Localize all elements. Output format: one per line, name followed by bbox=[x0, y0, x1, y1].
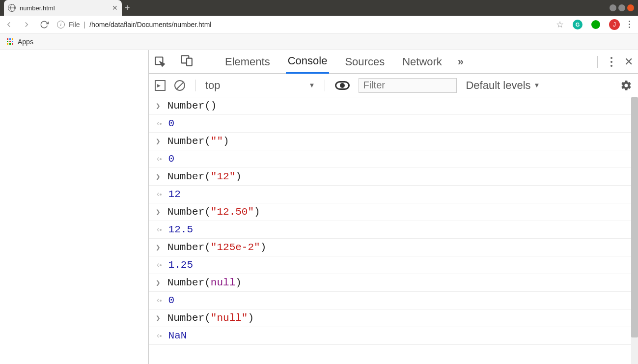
bookmarks-bar: Apps bbox=[0, 33, 638, 50]
console-text: 0 bbox=[168, 153, 175, 165]
addr-path: /home/dataflair/Documents/number.html bbox=[89, 21, 211, 28]
input-arrow-icon: ❯ bbox=[156, 313, 161, 323]
more-tabs-icon[interactable]: » bbox=[458, 56, 464, 68]
input-arrow-icon: ❯ bbox=[156, 101, 161, 111]
main: Elements Console Sources Network » ✕ ▶ t… bbox=[0, 50, 638, 364]
browser-tab[interactable]: number.html ✕ bbox=[4, 0, 122, 16]
output-arrow-icon: ‹ bbox=[156, 190, 162, 199]
new-tab-button[interactable]: + bbox=[125, 3, 130, 13]
tab-elements[interactable]: Elements bbox=[223, 51, 272, 73]
console-output-row: ‹12 bbox=[149, 186, 638, 203]
devtools-close-icon[interactable]: ✕ bbox=[624, 56, 633, 68]
devtools: Elements Console Sources Network » ✕ ▶ t… bbox=[148, 50, 638, 364]
tab-sources[interactable]: Sources bbox=[343, 51, 387, 73]
console-text: Number("12.50") bbox=[167, 206, 260, 218]
toolbar-right: ☆ G J bbox=[556, 19, 634, 30]
console-body[interactable]: ❯Number()‹0❯Number("")‹0❯Number("12")‹12… bbox=[149, 97, 638, 364]
caret-down-icon: ▼ bbox=[309, 82, 315, 89]
console-input-row: ❯Number() bbox=[149, 97, 638, 115]
window-controls bbox=[610, 4, 638, 11]
filter-input[interactable] bbox=[359, 78, 457, 93]
console-sidebar-icon[interactable]: ▶ bbox=[155, 80, 166, 91]
separator bbox=[208, 56, 208, 68]
console-text: 12.5 bbox=[168, 224, 193, 235]
reload-button[interactable] bbox=[39, 20, 49, 29]
output-arrow-icon: ‹ bbox=[156, 296, 162, 305]
maximize-icon[interactable] bbox=[618, 4, 625, 11]
titlebar: number.html ✕ + bbox=[0, 0, 638, 16]
separator bbox=[597, 56, 598, 68]
console-text: Number() bbox=[167, 100, 217, 112]
minimize-icon[interactable] bbox=[610, 4, 616, 11]
console-input-row: ❯Number("") bbox=[149, 133, 638, 150]
clear-console-icon[interactable] bbox=[174, 80, 185, 91]
console-text: NaN bbox=[168, 330, 187, 341]
tab-network[interactable]: Network bbox=[400, 51, 444, 73]
inspect-icon[interactable] bbox=[154, 56, 166, 68]
console-text: 1.25 bbox=[168, 259, 193, 271]
console-text: 12 bbox=[168, 189, 181, 200]
info-icon[interactable]: i bbox=[57, 21, 65, 28]
output-arrow-icon: ‹ bbox=[156, 332, 162, 340]
input-arrow-icon: ❯ bbox=[156, 172, 161, 182]
console-text: Number("125e-2") bbox=[167, 242, 267, 253]
profile-avatar[interactable]: J bbox=[609, 19, 620, 30]
close-tab-icon[interactable]: ✕ bbox=[112, 4, 118, 12]
console-output-row: ‹0 bbox=[149, 115, 638, 133]
output-arrow-icon: ‹ bbox=[156, 225, 162, 234]
devtools-menu-icon[interactable] bbox=[610, 57, 612, 67]
output-arrow-icon: ‹ bbox=[156, 119, 162, 128]
devtools-right: ✕ bbox=[596, 56, 633, 68]
address-bar[interactable]: i File | /home/dataflair/Documents/numbe… bbox=[57, 21, 548, 28]
apps-icon[interactable] bbox=[7, 38, 14, 45]
levels-label: Default levels bbox=[466, 79, 530, 92]
scroll-thumb[interactable] bbox=[631, 97, 638, 337]
console-toolbar: ▶ top ▼ Default levels ▼ bbox=[149, 74, 638, 97]
input-arrow-icon: ❯ bbox=[156, 207, 161, 217]
input-arrow-icon: ❯ bbox=[156, 278, 161, 288]
addr-scheme: File bbox=[69, 21, 80, 28]
console-input-row: ❯Number(null) bbox=[149, 274, 638, 292]
extension-g-icon[interactable]: G bbox=[573, 20, 583, 29]
context-label: top bbox=[205, 79, 221, 92]
console-output-row: ‹0 bbox=[149, 150, 638, 168]
console-text: Number("12") bbox=[167, 171, 242, 182]
output-arrow-icon: ‹ bbox=[156, 261, 162, 270]
addr-separator: | bbox=[84, 21, 86, 28]
console-settings-icon[interactable] bbox=[620, 80, 632, 91]
separator bbox=[325, 80, 325, 91]
extension-green-icon[interactable] bbox=[591, 20, 600, 29]
bookmark-star-icon[interactable]: ☆ bbox=[556, 19, 564, 30]
live-expression-icon[interactable] bbox=[335, 81, 350, 90]
forward-button[interactable] bbox=[22, 20, 31, 29]
console-output-row: ‹1.25 bbox=[149, 256, 638, 274]
input-arrow-icon: ❯ bbox=[156, 137, 161, 146]
console-text: 0 bbox=[168, 118, 175, 129]
browser-menu-icon[interactable] bbox=[629, 21, 630, 28]
svg-rect-2 bbox=[187, 58, 192, 65]
apps-label[interactable]: Apps bbox=[18, 38, 33, 46]
console-input-row: ❯Number("null") bbox=[149, 309, 638, 327]
urlbar: i File | /home/dataflair/Documents/numbe… bbox=[0, 16, 638, 33]
console-input-row: ❯Number("12") bbox=[149, 168, 638, 186]
context-selector[interactable]: top ▼ bbox=[205, 79, 315, 92]
separator bbox=[195, 80, 195, 91]
window-close-icon[interactable] bbox=[627, 4, 634, 11]
scrollbar[interactable] bbox=[631, 97, 638, 364]
console-input-row: ❯Number("12.50") bbox=[149, 203, 638, 221]
console-text: 0 bbox=[168, 295, 175, 306]
devtools-tabs: Elements Console Sources Network » ✕ bbox=[149, 50, 638, 74]
input-arrow-icon: ❯ bbox=[156, 243, 161, 252]
device-icon[interactable] bbox=[180, 54, 193, 70]
console-text: Number(null) bbox=[167, 277, 242, 288]
tab-title: number.html bbox=[20, 4, 108, 12]
tab-console[interactable]: Console bbox=[286, 50, 330, 74]
console-text: Number("null") bbox=[167, 312, 254, 324]
console-text: Number("") bbox=[167, 136, 229, 147]
back-button[interactable] bbox=[4, 20, 14, 29]
output-arrow-icon: ‹ bbox=[156, 155, 162, 164]
caret-down-icon: ▼ bbox=[534, 82, 540, 89]
page-viewport bbox=[0, 50, 148, 364]
log-levels-selector[interactable]: Default levels ▼ bbox=[466, 79, 540, 92]
console-output-row: ‹NaN bbox=[149, 327, 638, 345]
